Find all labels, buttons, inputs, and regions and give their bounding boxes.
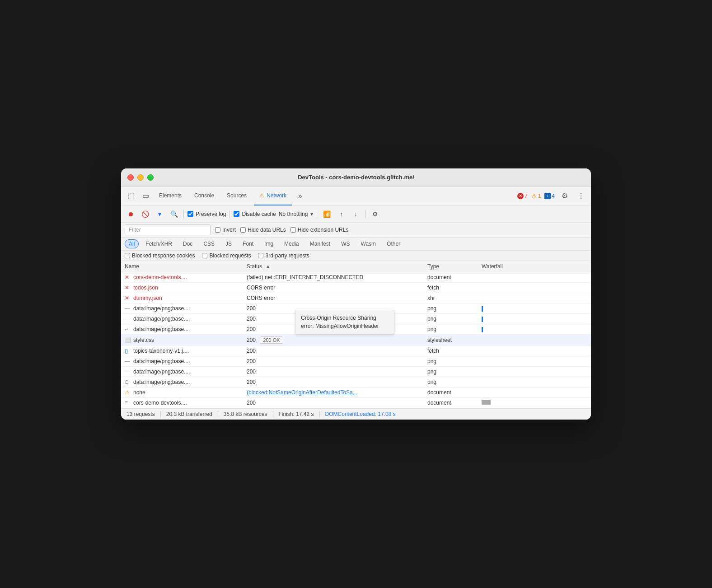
dom-content-loaded: DOMContentLoaded: 17.08 s	[320, 411, 401, 417]
blocked-cookies-label[interactable]: Blocked response cookies	[125, 252, 195, 259]
type-filter-font[interactable]: Font	[239, 239, 258, 248]
filter-input[interactable]	[125, 224, 211, 235]
network-label: Network	[267, 192, 286, 199]
table-row[interactable]: ✕ todos.json CORS error fetch	[121, 283, 591, 293]
more-tabs-icon[interactable]: »	[294, 190, 306, 202]
col-status[interactable]: Status ▲	[243, 261, 424, 272]
row-type: png	[424, 303, 478, 314]
blocked-requests-checkbox[interactable]	[202, 253, 207, 258]
preserve-log-label[interactable]: Preserve log	[187, 211, 226, 217]
divider-1	[183, 210, 184, 218]
devtools-picker-icon[interactable]: ⬚	[125, 190, 137, 202]
type-filter-media[interactable]: Media	[280, 239, 303, 248]
info-square-icon: i	[544, 193, 551, 199]
divider-3	[317, 210, 317, 218]
tab-console[interactable]: Console	[189, 187, 220, 205]
hide-data-urls-checkbox[interactable]	[240, 227, 246, 233]
type-filter-ws[interactable]: WS	[337, 239, 354, 248]
hide-data-urls-label[interactable]: Hide data URLs	[240, 227, 286, 233]
fetch-icon: {}	[125, 348, 131, 354]
row-waterfall	[478, 398, 591, 408]
search-button[interactable]: 🔍	[168, 208, 180, 220]
toolbar-badges: ✕ 7 ⚠ 1 i 4 ⚙ ⋮	[517, 190, 587, 202]
invert-label[interactable]: Invert	[215, 227, 236, 233]
filter-toggle-button[interactable]: ▾	[154, 208, 165, 220]
row-type: document	[424, 272, 478, 283]
row-name-text: topics-taxonomy-v1.j....	[133, 348, 189, 354]
row-waterfall	[478, 387, 591, 398]
row-type: png	[424, 377, 478, 387]
error-icon: ✕	[125, 295, 131, 301]
sources-label: Sources	[227, 192, 247, 199]
network-settings-icon[interactable]: ⚙	[369, 208, 381, 220]
filter-row: Invert Hide data URLs Hide extension URL…	[121, 223, 591, 238]
row-type: fetch	[424, 346, 478, 356]
row-waterfall	[478, 377, 591, 387]
row-name-text: data:image/png;base....	[133, 379, 190, 385]
type-filter-css[interactable]: CSS	[199, 239, 219, 248]
disable-cache-label[interactable]: Disable cache	[234, 211, 276, 217]
divider-2	[230, 210, 230, 218]
type-filter-img[interactable]: Img	[260, 239, 277, 248]
row-status: 200 200 OK	[243, 335, 424, 346]
type-filter-other[interactable]: Other	[383, 239, 404, 248]
error-icon: ✕	[125, 285, 131, 291]
network-warning-icon: ⚠	[259, 192, 264, 199]
blocked-cookies-checkbox[interactable]	[125, 253, 130, 258]
blocked-requests-label[interactable]: Blocked requests	[202, 252, 251, 259]
table-row[interactable]: ✕ dummy.json CORS error xhr	[121, 293, 591, 303]
tab-sources[interactable]: Sources	[221, 187, 252, 205]
col-type[interactable]: Type	[424, 261, 478, 272]
devtools-body: ⬚ ▭ Elements Console Sources ⚠ Network »…	[121, 187, 591, 420]
table-row[interactable]: ≡ cors-demo-devtools.... 200 document	[121, 398, 591, 408]
clear-button[interactable]: 🚫	[139, 208, 151, 220]
warning-badge: ⚠ 1	[531, 192, 541, 200]
third-party-checkbox[interactable]	[258, 253, 263, 258]
hide-ext-urls-label[interactable]: Hide extension URLs	[290, 227, 349, 233]
row-waterfall	[478, 324, 591, 335]
devtools-window: DevTools - cors-demo-devtools.glitch.me/…	[121, 168, 591, 420]
tab-network[interactable]: ⚠ Network	[254, 187, 292, 205]
table-row[interactable]: ✕ cors-demo-devtools.... (failed) net::E…	[121, 272, 591, 283]
maximize-button[interactable]	[147, 174, 154, 181]
wifi-icon[interactable]: 📶	[321, 208, 333, 220]
table-row[interactable]: — data:image/png;base.... 200 png	[121, 356, 591, 367]
warning-icon: ⚠	[125, 389, 131, 396]
type-filter-js[interactable]: JS	[221, 239, 236, 248]
tab-bar: ⬚ ▭ Elements Console Sources ⚠ Network »…	[121, 187, 591, 205]
table-row[interactable]: 🗒 data:image/png;base.... 200 png	[121, 377, 591, 387]
close-button[interactable]	[127, 174, 134, 181]
invert-checkbox[interactable]	[215, 227, 220, 233]
settings-icon[interactable]: ⚙	[558, 190, 571, 202]
type-filter-fetchxhr[interactable]: Fetch/XHR	[141, 239, 176, 248]
device-toolbar-icon[interactable]: ▭	[139, 190, 152, 202]
record-stop-button[interactable]: ⏺	[125, 208, 136, 220]
table-row[interactable]: — data:image/png;base.... 200 png	[121, 367, 591, 377]
window-title: DevTools - cors-demo-devtools.glitch.me/	[298, 174, 414, 181]
table-row[interactable]: {} topics-taxonomy-v1.j.... 200 fetch	[121, 346, 591, 356]
more-options-icon[interactable]: ⋮	[575, 190, 587, 202]
preserve-log-checkbox[interactable]	[187, 211, 193, 217]
row-waterfall	[478, 303, 591, 314]
download-icon[interactable]: ↓	[350, 208, 361, 220]
upload-icon[interactable]: ↑	[335, 208, 347, 220]
type-filter-manifest[interactable]: Manifest	[306, 239, 334, 248]
row-name-text: dummy.json	[133, 295, 162, 301]
type-filter-doc[interactable]: Doc	[179, 239, 197, 248]
tab-elements[interactable]: Elements	[154, 187, 187, 205]
type-filter-all[interactable]: All	[125, 239, 139, 248]
waterfall-bar	[482, 306, 483, 312]
type-filter-wasm[interactable]: Wasm	[357, 239, 380, 248]
third-party-label[interactable]: 3rd-party requests	[258, 252, 309, 259]
elements-label: Elements	[159, 192, 182, 199]
row-waterfall	[478, 283, 591, 293]
hide-ext-urls-checkbox[interactable]	[290, 227, 296, 233]
col-waterfall[interactable]: Waterfall	[478, 261, 591, 272]
table-row[interactable]: ⚠ none (blocked:NotSameOriginAfterDefaul…	[121, 387, 591, 398]
minimize-button[interactable]	[137, 174, 144, 181]
row-type: png	[424, 367, 478, 377]
table-row[interactable]: ⬜ style.css 200 200 OK stylesheet	[121, 335, 591, 346]
col-name[interactable]: Name	[121, 261, 243, 272]
disable-cache-checkbox[interactable]	[234, 211, 239, 217]
css-icon: ⬜	[125, 337, 131, 343]
